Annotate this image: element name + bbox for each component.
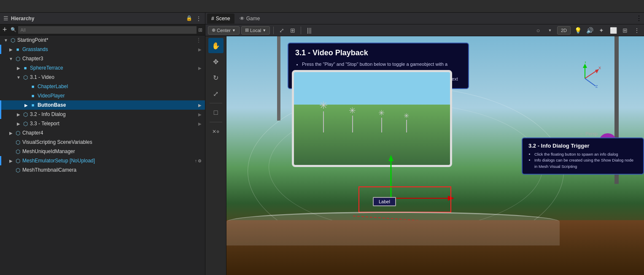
scene-content: 3.1 - Video Playback Press the "Play" an… bbox=[226, 36, 644, 275]
sky-icon[interactable]: ⬜ bbox=[609, 26, 618, 35]
tab-game[interactable]: 👁 Game bbox=[235, 13, 264, 24]
move-tool-btn[interactable]: ✥ bbox=[208, 54, 224, 69]
rect-tool-btn[interactable]: □ bbox=[208, 105, 224, 120]
hand-tool-btn[interactable]: ✋ bbox=[208, 38, 224, 53]
power-tower-left bbox=[277, 36, 280, 121]
center-label: Center bbox=[217, 28, 231, 33]
add-button[interactable]: + bbox=[3, 25, 7, 34]
tree-label: 3.2 - Info Dialog bbox=[30, 111, 198, 117]
cube-blue-icon: ■ bbox=[30, 92, 36, 99]
turbine-pole bbox=[406, 120, 407, 132]
snap-tool-icon[interactable]: ⊞ bbox=[288, 26, 297, 35]
arrow-right-icon: ▶ bbox=[198, 66, 202, 70]
turbine-2: ✳ bbox=[349, 105, 356, 132]
upload-icon: ↑ bbox=[195, 159, 197, 163]
tree-item-info-dialog-32[interactable]: ▶ ⬡ 3.2 - Info Dialog ▶ bbox=[0, 110, 205, 119]
hierarchy-icons: 🔒 ⋮ bbox=[186, 15, 202, 22]
tree-item-mesh-unique[interactable]: ⬡ MeshUniqueIdManager bbox=[0, 147, 205, 156]
dialog-32-bullet-1: Click the floating button to spawn an in… bbox=[534, 151, 637, 157]
search-input[interactable] bbox=[18, 26, 197, 34]
local-chevron-icon: ▼ bbox=[262, 28, 266, 32]
tree-item-teleport-33[interactable]: ▶ ⬡ 3.3 - Teleport ▶ bbox=[0, 119, 205, 128]
expand-icon[interactable]: ▼ bbox=[8, 55, 14, 62]
local-label: Local bbox=[250, 28, 261, 33]
2d-toggle[interactable]: 2D bbox=[557, 26, 571, 35]
turbine-blades-icon: ✳ bbox=[349, 105, 356, 116]
tree-label: VideoPlayer bbox=[38, 93, 202, 99]
search-icon: 🔍 bbox=[11, 27, 16, 32]
tree-label: VisualScripting SceneVariables bbox=[22, 139, 202, 145]
chevron-light-icon[interactable]: ▼ bbox=[545, 26, 555, 35]
separator bbox=[273, 27, 274, 34]
tree-item-chapter-label[interactable]: ■ ChapterLabel bbox=[0, 82, 205, 91]
cube-outline-icon: ⬡ bbox=[14, 129, 21, 136]
fx-icon[interactable]: ✦ bbox=[597, 26, 606, 35]
center-dropdown[interactable]: ⊕ Center ▼ bbox=[208, 26, 240, 35]
expand-icon[interactable]: ▶ bbox=[8, 129, 14, 136]
scene-viewport[interactable]: ✋ ✥ ↻ ⤢ □ ✕⚙ bbox=[205, 36, 644, 275]
blue-bar bbox=[0, 100, 1, 110]
turbine-4: ✳ bbox=[404, 112, 409, 132]
local-dropdown[interactable]: ⊞ Local ▼ bbox=[241, 26, 270, 35]
turbine-pole bbox=[381, 118, 382, 132]
tree-item-button-base[interactable]: ▶ ■ ButtonBase ▶ bbox=[0, 100, 205, 110]
expand-icon[interactable]: ▶ bbox=[15, 65, 22, 71]
expand-icon bbox=[8, 167, 14, 173]
move-tool-icon[interactable]: ⤢ bbox=[277, 26, 286, 35]
hierarchy-panel: ☰ Hierarchy 🔒 ⋮ + 🔍 ⊞ ▼ ⬡ StartingPoint*… bbox=[0, 13, 205, 275]
scale-tool-btn[interactable]: ⤢ bbox=[208, 86, 224, 101]
expand-icon bbox=[8, 148, 14, 155]
cube-blue-icon: ■ bbox=[30, 102, 36, 108]
video-content: ✳ ✳ ✳ ✳ bbox=[294, 72, 450, 165]
arrow-right-icon: ▶ bbox=[198, 47, 202, 52]
expand-icon[interactable]: ▶ bbox=[15, 111, 22, 118]
expand-icon[interactable]: ▶ bbox=[8, 46, 14, 53]
expand-icon[interactable]: ▶ bbox=[23, 102, 30, 108]
grid-icon[interactable]: ⊞ bbox=[620, 26, 630, 35]
tab-game-label: Game bbox=[246, 16, 260, 22]
right-toolbar: ○ ▼ 2D 💡 🔊 ✦ ⬜ ⊞ ⋮ bbox=[534, 26, 641, 35]
tree-item-video-31[interactable]: ▼ ⬡ 3.1 - Video bbox=[0, 73, 205, 82]
tree-item-starting-point[interactable]: ▼ ⬡ StartingPoint* ⋮ bbox=[0, 35, 205, 45]
tree-item-grasslands[interactable]: ▶ ■ Grasslands ▶ bbox=[0, 45, 205, 54]
tree-label: MeshEmulatorSetup [NoUpload] bbox=[22, 158, 193, 164]
more-options-icon[interactable]: ⋮ bbox=[196, 15, 202, 22]
cube-blue-icon: ■ bbox=[22, 65, 29, 71]
expand-icon[interactable]: ▼ bbox=[15, 74, 22, 81]
expand-icon[interactable]: ▼ bbox=[3, 37, 9, 43]
item-options-icon[interactable]: ⋮ bbox=[196, 37, 202, 43]
dialog-32-bullets: Click the floating button to spawn an in… bbox=[528, 151, 637, 170]
cube-icon: ⬡ bbox=[9, 37, 16, 43]
hierarchy-menu-icon[interactable]: ☰ bbox=[3, 15, 8, 22]
sphere-light-icon[interactable]: ○ bbox=[534, 26, 543, 35]
custom-tool-btn[interactable]: ✕⚙ bbox=[208, 124, 224, 139]
cube-outline-icon: ⬡ bbox=[14, 157, 21, 164]
lock-icon[interactable]: 🔒 bbox=[186, 15, 192, 22]
tree-item-mesh-thumbnail[interactable]: ⬡ MeshThumbnailCamera bbox=[0, 165, 205, 175]
expand-icon[interactable]: ▶ bbox=[8, 157, 14, 164]
tree-item-visual-scripting[interactable]: ⬡ VisualScripting SceneVariables bbox=[0, 138, 205, 147]
cube-outline-icon: ⬡ bbox=[22, 111, 29, 118]
blue-bar bbox=[0, 156, 1, 165]
label-button[interactable]: Label bbox=[373, 197, 396, 206]
tree-item-mesh-emulator[interactable]: ▶ ⬡ MeshEmulatorSetup [NoUpload] ↑ ⚙ bbox=[0, 156, 205, 165]
scene-more-icon[interactable]: ⋮ bbox=[636, 14, 642, 22]
gamepad-icon: 👁 bbox=[240, 16, 245, 22]
search-options-icon[interactable]: ⊞ bbox=[198, 27, 202, 33]
speaker-icon[interactable]: 🔊 bbox=[585, 26, 594, 35]
rotate-tool-btn[interactable]: ↻ bbox=[208, 70, 224, 85]
expand-icon bbox=[23, 83, 30, 90]
cube-outline-icon: ⬡ bbox=[14, 55, 21, 62]
tree-item-video-player[interactable]: ■ VideoPlayer bbox=[0, 91, 205, 100]
cube-outline-icon: ⬡ bbox=[22, 74, 29, 81]
expand-icon[interactable]: ▶ bbox=[15, 120, 22, 127]
light-icon[interactable]: 💡 bbox=[573, 26, 582, 35]
bar-tool-icon[interactable]: ||| bbox=[304, 26, 314, 35]
tree-label: 3.3 - Teleport bbox=[30, 121, 198, 127]
tree-item-chapter4[interactable]: ▶ ⬡ Chapter4 bbox=[0, 128, 205, 138]
tree-item-chapter3[interactable]: ▼ ⬡ Chapter3 bbox=[0, 54, 205, 63]
tree-label: 3.1 - Video bbox=[30, 74, 202, 80]
more-icon[interactable]: ⋮ bbox=[632, 26, 641, 35]
tab-scene[interactable]: # Scene bbox=[207, 13, 234, 24]
tree-item-sphere-terrace[interactable]: ▶ ■ SphereTerrace ▶ bbox=[0, 63, 205, 73]
